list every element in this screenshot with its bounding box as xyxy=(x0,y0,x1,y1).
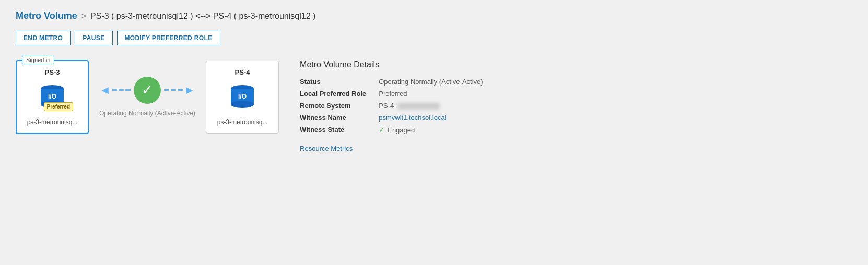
breadcrumb-separator: > xyxy=(81,11,86,21)
remote-system-label: Remote System xyxy=(300,102,366,110)
toolbar: END METRO PAUSE MODIFY PREFERRED ROLE xyxy=(16,31,852,45)
status-value: Operating Normally (Active-Active) xyxy=(379,78,852,86)
details-table: Status Operating Normally (Active-Active… xyxy=(300,78,852,134)
node-ps4: PS-4 I/O ps-3-metrounisq... xyxy=(206,61,279,134)
svg-text:I/O: I/O xyxy=(238,93,247,100)
diagram-area: Signed-in PS-3 I/O Preferred ps-3-metrou… xyxy=(16,60,279,134)
pause-button[interactable]: PAUSE xyxy=(75,31,112,45)
dashed-left xyxy=(112,89,131,91)
ps4-db-icon-wrapper: I/O xyxy=(229,82,256,112)
breadcrumb-home[interactable]: Metro Volume xyxy=(16,10,77,21)
ps4-db-icon: I/O xyxy=(229,82,256,111)
arrow-row: ◄ ✓ ► xyxy=(99,77,195,104)
ps3-name: PS-3 xyxy=(45,68,60,76)
checkmark-icon: ✓ xyxy=(142,82,153,98)
breadcrumb-current: PS-3 ( ps-3-metrounisql12 ) <--> PS-4 ( … xyxy=(90,11,315,21)
witness-name-link[interactable]: psmvwit1.techsol.local xyxy=(379,114,446,122)
ps4-node-label: ps-3-metrounisq... xyxy=(217,118,268,126)
remote-system-value: PS-4 xyxy=(379,102,852,110)
ps3-db-icon-wrapper: I/O Preferred xyxy=(39,82,66,112)
end-metro-button[interactable]: END METRO xyxy=(16,31,71,45)
witness-name-value: psmvwit1.techsol.local xyxy=(379,114,852,122)
witness-name-label: Witness Name xyxy=(300,114,366,122)
node-ps3: Signed-in PS-3 I/O Preferred ps-3-metrou… xyxy=(16,60,89,134)
main-content: Signed-in PS-3 I/O Preferred ps-3-metrou… xyxy=(16,60,852,152)
diagram-status-text: Operating Normally (Active-Active) xyxy=(99,109,195,118)
modify-preferred-role-button[interactable]: MODIFY PREFERRED ROLE xyxy=(117,31,220,45)
ps4-name: PS-4 xyxy=(235,68,250,76)
local-preferred-role-label: Local Preferred Role xyxy=(300,90,366,98)
breadcrumb: Metro Volume > PS-3 ( ps-3-metrounisql12… xyxy=(16,10,852,21)
arrow-left-icon: ◄ xyxy=(99,83,111,97)
witness-state-text: Engaged xyxy=(388,126,415,134)
preferred-badge: Preferred xyxy=(44,102,73,111)
details-title: Metro Volume Details xyxy=(300,60,852,69)
details-panel: Metro Volume Details Status Operating No… xyxy=(300,60,852,152)
svg-point-6 xyxy=(231,101,254,108)
ps3-node-label: ps-3-metrounisq... xyxy=(27,118,78,126)
signed-in-badge: Signed-in xyxy=(22,56,54,64)
witness-check-icon: ✓ xyxy=(379,126,385,134)
witness-state-value: ✓ Engaged xyxy=(379,126,852,134)
dashed-right xyxy=(164,89,183,91)
witness-state-label: Witness State xyxy=(300,126,366,134)
status-label: Status xyxy=(300,78,366,86)
resource-metrics-link[interactable]: Resource Metrics xyxy=(300,144,353,152)
arrow-right-icon: ► xyxy=(184,83,195,97)
status-check-icon: ✓ xyxy=(134,77,161,104)
middle-section: ◄ ✓ ► Operating Normally (Active xyxy=(99,77,195,118)
local-preferred-role-value: Preferred xyxy=(379,90,852,98)
remote-system-blurred xyxy=(398,103,440,110)
svg-text:I/O: I/O xyxy=(48,93,56,100)
